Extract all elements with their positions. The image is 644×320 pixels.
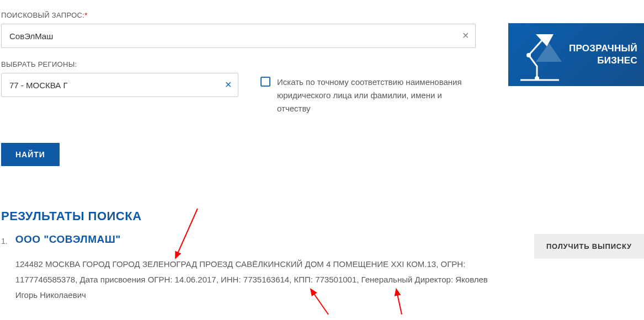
result-details: 124482 МОСКВА ГОРОД ГОРОД ЗЕЛЕНОГРАД ПРО… bbox=[15, 257, 496, 302]
results-heading: РЕЗУЛЬТАТЫ ПОИСКА bbox=[1, 209, 644, 223]
required-mark: * bbox=[84, 11, 87, 19]
exact-match-block: Искать по точному соответствию наименова… bbox=[260, 76, 465, 115]
exact-match-checkbox[interactable] bbox=[260, 77, 270, 87]
search-button[interactable]: НАЙТИ bbox=[1, 143, 60, 166]
query-label-text: ПОИСКОВЫЙ ЗАПРОС: bbox=[1, 11, 84, 19]
svg-point-0 bbox=[535, 76, 539, 81]
region-input-wrap: ✕ bbox=[1, 73, 238, 97]
region-block: ВЫБРАТЬ РЕГИОНЫ: ✕ bbox=[1, 60, 238, 97]
clear-region-icon[interactable]: ✕ bbox=[225, 81, 232, 89]
result-title[interactable]: ООО "СОВЭЛМАШ" bbox=[15, 233, 496, 246]
transparent-business-banner[interactable]: ПРОЗРАЧНЫЙ БИЗНЕС bbox=[508, 23, 644, 86]
second-row: ВЫБРАТЬ РЕГИОНЫ: ✕ Искать по точному соо… bbox=[1, 60, 476, 115]
search-form: ПОИСКОВЫЙ ЗАПРОС:* ✕ ВЫБРАТЬ РЕГИОНЫ: ✕ … bbox=[1, 11, 476, 166]
query-input-wrap: ✕ bbox=[1, 24, 476, 48]
result-number: 1. bbox=[1, 237, 8, 302]
query-label: ПОИСКОВЫЙ ЗАПРОС:* bbox=[1, 11, 476, 19]
get-extract-button[interactable]: ПОЛУЧИТЬ ВЫПИСКУ bbox=[534, 234, 644, 259]
search-query-input[interactable] bbox=[1, 24, 476, 48]
region-label: ВЫБРАТЬ РЕГИОНЫ: bbox=[1, 60, 238, 68]
clear-query-icon[interactable]: ✕ bbox=[462, 31, 469, 40]
banner-line2: БИЗНЕС bbox=[597, 55, 637, 66]
result-body: ООО "СОВЭЛМАШ" 124482 МОСКВА ГОРОД ГОРОД… bbox=[15, 233, 496, 302]
lamp-icon bbox=[509, 28, 570, 83]
exact-match-label: Искать по точному соответствию наименова… bbox=[277, 76, 465, 115]
banner-text: ПРОЗРАЧНЫЙ БИЗНЕС bbox=[569, 42, 637, 67]
region-input[interactable] bbox=[1, 73, 238, 97]
banner-line1: ПРОЗРАЧНЫЙ bbox=[569, 43, 637, 54]
